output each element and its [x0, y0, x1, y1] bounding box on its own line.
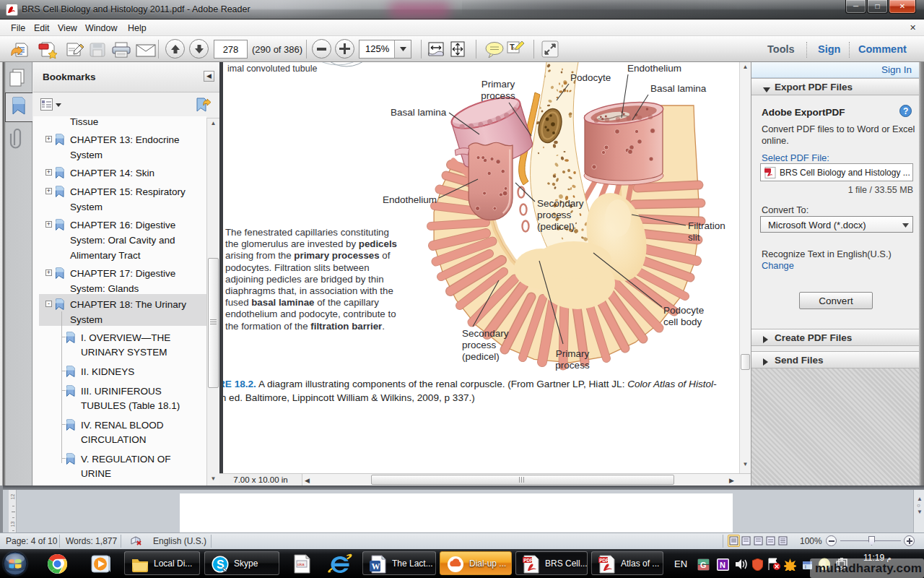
svg-text:(pedicel): (pedicel) — [462, 351, 500, 362]
svg-text:W: W — [372, 561, 380, 571]
svg-text:T: T — [510, 43, 515, 51]
svg-text:Podocyte: Podocyte — [570, 72, 611, 83]
svg-text:process: process — [462, 340, 497, 350]
svg-text:PDF: PDF — [599, 558, 609, 563]
svg-text:Basal lamina: Basal lamina — [650, 83, 707, 94]
svg-text:cell body: cell body — [663, 316, 702, 327]
svg-text:Filtration: Filtration — [688, 220, 725, 231]
svg-text:PDF: PDF — [523, 558, 533, 563]
svg-text:Podocyte: Podocyte — [663, 305, 704, 316]
svg-text:Endothelium: Endothelium — [627, 63, 681, 74]
svg-text:Primary: Primary — [481, 79, 515, 90]
svg-text:G: G — [700, 561, 707, 569]
svg-text:slit: slit — [688, 232, 700, 243]
svg-text:i: i — [805, 564, 806, 570]
svg-text:Secondary: Secondary — [537, 198, 584, 209]
svg-text:process: process — [555, 360, 590, 371]
svg-text:?: ? — [903, 106, 908, 116]
svg-text:Secondary: Secondary — [462, 328, 509, 339]
svg-text:Basal lamina: Basal lamina — [391, 107, 447, 118]
svg-text:Primary: Primary — [556, 348, 590, 359]
svg-text:process: process — [481, 90, 515, 101]
svg-text:Endothelium: Endothelium — [383, 194, 437, 205]
svg-text:oka: oka — [297, 562, 305, 566]
svg-text:(pedicel): (pedicel) — [537, 221, 575, 232]
svg-text:N: N — [720, 561, 725, 569]
svg-text:process: process — [537, 210, 572, 220]
